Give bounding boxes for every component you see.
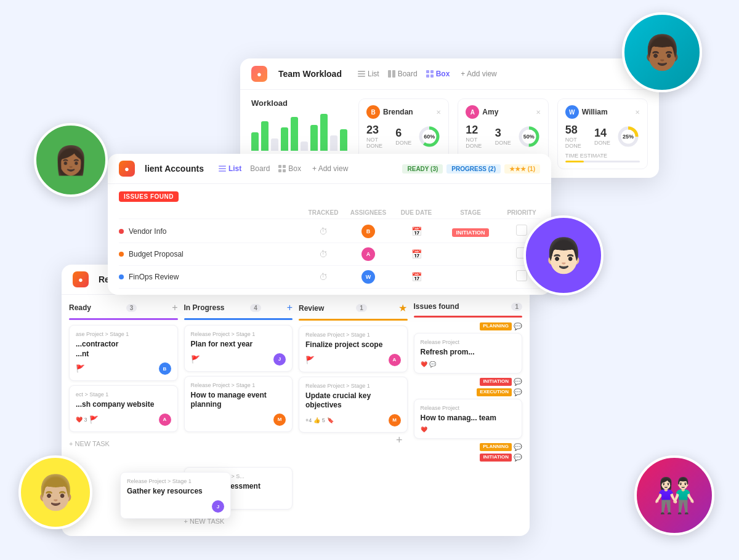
- task-footer-contractor: 🚩 B: [76, 362, 171, 375]
- amy-donut: 50%: [517, 125, 541, 148]
- task-reactions-objectives: +4 👍 5 🔖: [305, 417, 334, 423]
- task-title-objectives: Update crucial key objectives: [305, 391, 401, 410]
- row-due-finops: 📅: [395, 272, 438, 282]
- workload-logo: ●: [251, 66, 267, 82]
- accounts-nav-add-view[interactable]: + Add view: [312, 164, 348, 173]
- william-not-done-label: Not done: [565, 137, 588, 149]
- accounts-panel-header: ● lient Accounts List Board Box + Add vi…: [108, 154, 551, 184]
- avatar-top-left: 👩🏾: [34, 123, 108, 197]
- workload-chart-label: Workload: [251, 98, 350, 108]
- col-assignee-header: ASSIGNEES: [347, 209, 390, 216]
- task-title-finalize: Finalize project scope: [305, 340, 401, 350]
- floating-task-project: Release Project > Stage 1: [127, 478, 224, 484]
- stage-badge-initiation-2: INITIATION: [480, 454, 512, 462]
- task-footer-finalize: 🚩 A: [305, 354, 401, 366]
- workload-nav-box[interactable]: Box: [426, 70, 450, 78]
- workload-nav-list[interactable]: List: [358, 70, 379, 78]
- floating-task-avatar: J: [212, 500, 224, 513]
- task-card-website[interactable]: ect > Stage 1 ...sh company website ❤️ 3…: [69, 385, 178, 432]
- col-title-review: Review: [299, 304, 324, 313]
- close-william[interactable]: ✕: [635, 109, 640, 116]
- william-done-label: Done: [594, 140, 610, 146]
- workload-chart-bars: [251, 114, 350, 151]
- task-avatar-plan: J: [273, 353, 286, 366]
- stage-badge-planning-2: PLANNING: [480, 443, 512, 451]
- row-tracked-vendor: ⏱: [305, 226, 342, 236]
- person-card-header-amy: A Amy ✕: [466, 105, 540, 119]
- row-due-budget: 📅: [395, 249, 438, 259]
- row-dot-finops: [119, 274, 124, 279]
- workload-nav-add-view[interactable]: + Add view: [461, 70, 496, 78]
- label-progress: PROGRESS (2): [446, 164, 501, 174]
- bar-5: [291, 117, 298, 151]
- person-card-header-brendan: B Brendan ✕: [366, 105, 441, 119]
- col-line-issues: [414, 316, 523, 318]
- row-assignee-budget: A: [347, 247, 390, 261]
- close-amy[interactable]: ✕: [536, 109, 541, 116]
- task-card-manage-team[interactable]: Release Project How to manag... team ❤️: [414, 399, 523, 439]
- row-name-budget: Budget Proposal: [129, 250, 300, 258]
- floating-task-card[interactable]: Release Project > Stage 1 Gather key res…: [120, 472, 231, 519]
- bar-3: [271, 138, 278, 151]
- table-row-budget: Budget Proposal ⏱ A 📅: [119, 243, 540, 266]
- issues-badge: ISSUES FOUND: [119, 191, 179, 202]
- col-count-progress: 4: [250, 304, 261, 312]
- assignee-avatar-budget: A: [361, 247, 375, 261]
- row-dot-vendor: [119, 229, 124, 234]
- accounts-table: ISSUES FOUND TRACKED ASSIGNEES DUE DATE …: [108, 184, 551, 295]
- add-task-review-icon[interactable]: +: [396, 434, 403, 447]
- accounts-logo: ●: [119, 161, 135, 177]
- william-percent: 25%: [623, 134, 634, 140]
- col-add-ready[interactable]: +: [172, 302, 177, 313]
- label-star: ★★★ (1): [504, 164, 540, 174]
- task-title-event: How to manage event planning: [191, 391, 286, 410]
- brendan-stats: 23 Not done 6 Done 60%: [366, 124, 441, 149]
- bar-10: [340, 129, 347, 151]
- task-card-plan[interactable]: Release Project > Stage 1 Plan for next …: [184, 325, 293, 372]
- task-title-website: ...sh company website: [76, 400, 171, 410]
- workload-nav: List Board Box + Add view: [358, 70, 497, 78]
- col-title-progress: In Progress: [184, 303, 225, 312]
- task-footer-plan: 🚩 J: [191, 353, 286, 366]
- col-header-ready: Ready 3 +: [69, 302, 178, 313]
- col-add-review[interactable]: ★: [398, 302, 407, 314]
- svg-rect-0: [358, 71, 365, 72]
- comment-icon-4: 💬: [514, 443, 522, 451]
- brendan-not-done-label: Not done: [366, 137, 389, 149]
- react-comment-refresh: 💬: [429, 361, 436, 367]
- task-reactions-manage: ❤️: [421, 426, 427, 433]
- svg-rect-16: [219, 168, 226, 169]
- accounts-nav-list[interactable]: List: [219, 164, 241, 173]
- task-title-contractor: ...contractor...nt: [76, 340, 171, 359]
- react-plus4: +4: [305, 417, 312, 423]
- task-card-contractor[interactable]: ase Project > Stage 1 ...contractor...nt…: [69, 325, 178, 381]
- task-reactions-website: ❤️ 3 🚩: [76, 415, 99, 424]
- row-tracked-finops: ⏱: [305, 272, 342, 282]
- task-card-finalize[interactable]: Release Project > Stage 1 Finalize proje…: [299, 326, 408, 372]
- task-card-refresh[interactable]: Release Project Refresh prom... ❤️ 💬: [414, 333, 523, 374]
- close-brendan[interactable]: ✕: [436, 109, 441, 116]
- brendan-not-done: 23: [366, 124, 389, 137]
- row-assignee-finops: W: [347, 270, 390, 284]
- col-line-review: [299, 319, 408, 321]
- board-col-review: Review 1 ★ Release Project > Stage 1 Fin…: [299, 302, 408, 529]
- col-add-progress[interactable]: +: [287, 302, 293, 313]
- task-footer-objectives: +4 👍 5 🔖 M: [305, 414, 401, 426]
- board-col-issues: Issues found 1 PLANNING 💬 Release Projec…: [414, 302, 523, 529]
- task-card-objectives[interactable]: Release Project > Stage 1 Update crucial…: [299, 377, 408, 433]
- william-donut: 25%: [616, 125, 640, 148]
- accounts-nav-box[interactable]: Box: [278, 164, 301, 173]
- amy-done: 3: [495, 127, 511, 140]
- table-row-vendor: Vendor Info ⏱ B 📅 INITIATION: [119, 220, 540, 243]
- col-line-ready: [69, 318, 178, 320]
- task-project-event: Release Project > Stage 1: [191, 382, 286, 388]
- workload-nav-board[interactable]: Board: [388, 70, 418, 78]
- svg-rect-15: [219, 166, 226, 167]
- task-card-event[interactable]: Release Project > Stage 1 How to manage …: [184, 376, 293, 432]
- new-task-ready[interactable]: + NEW TASK: [69, 436, 178, 451]
- accounts-nav-board[interactable]: Board: [250, 164, 270, 173]
- brendan-donut: 60%: [418, 125, 441, 148]
- task-footer-manage-team: ❤️: [421, 426, 516, 433]
- svg-rect-4: [392, 70, 395, 78]
- svg-rect-18: [278, 165, 281, 168]
